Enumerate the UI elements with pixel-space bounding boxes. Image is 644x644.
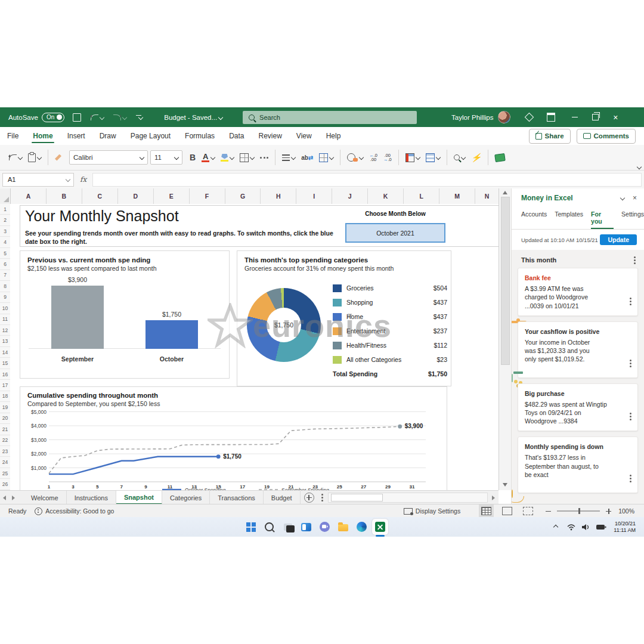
section-menu-icon[interactable] [634, 259, 636, 261]
insight-card[interactable]: Big purchase $482.29 was spent at Wingti… [518, 383, 638, 432]
conditional-formatting-button[interactable] [405, 153, 420, 162]
sheet-tab-snapshot[interactable]: Snapshot [116, 491, 162, 504]
edge-icon[interactable] [354, 519, 370, 535]
zoom-slider-thumb[interactable] [578, 508, 580, 514]
gem-icon[interactable] [526, 114, 532, 120]
scroll-down-icon[interactable] [503, 483, 507, 487]
money-in-excel-button[interactable] [495, 154, 505, 162]
panel-close-icon[interactable]: × [633, 194, 637, 202]
zoom-in-button[interactable] [606, 509, 611, 514]
excel-taskbar-icon[interactable] [372, 519, 388, 535]
widgets-icon[interactable] [298, 519, 314, 535]
column-header[interactable]: K [368, 188, 404, 204]
card-menu-icon[interactable] [630, 416, 631, 417]
ribbon-collapse-chevron-icon[interactable] [636, 165, 641, 169]
formula-input[interactable] [92, 173, 642, 187]
row-header[interactable]: 13 [0, 336, 10, 346]
column-header[interactable]: J [332, 188, 368, 204]
scroll-up-icon[interactable] [503, 191, 507, 194]
row-header[interactable]: 11 [0, 314, 10, 325]
row-header[interactable]: 10 [0, 303, 10, 314]
analyze-data-button[interactable]: ⚡ [471, 153, 481, 162]
tab-draw[interactable]: Draw [92, 128, 123, 144]
column-header[interactable]: H [261, 188, 296, 204]
start-button[interactable] [243, 519, 259, 535]
sheet-tab-welcome[interactable]: Welcome [23, 491, 67, 504]
row-header[interactable]: 9 [0, 292, 10, 303]
panel-tab-for-you[interactable]: For you [591, 210, 614, 229]
sheet-nav-right-icon[interactable] [12, 496, 15, 500]
format-painter-button[interactable] [55, 154, 61, 161]
page-break-view-button[interactable] [523, 507, 533, 515]
row-header[interactable]: 14 [0, 347, 10, 358]
zoom-out-button[interactable] [546, 509, 551, 514]
column-header[interactable]: B [47, 188, 82, 204]
ribbon-display-options-icon[interactable] [547, 113, 555, 122]
row-header[interactable]: 7 [0, 270, 10, 281]
wifi-icon[interactable] [567, 524, 575, 531]
column-header[interactable]: I [296, 188, 332, 204]
close-button[interactable]: × [605, 107, 626, 127]
column-header[interactable]: G [225, 188, 261, 204]
grid-vertical-scrollbar[interactable] [499, 188, 511, 490]
horizontal-scrollbar[interactable] [328, 493, 488, 503]
task-view-icon[interactable] [280, 519, 296, 535]
column-header[interactable]: E [154, 188, 190, 204]
sheet-tab-transactions[interactable]: Transactions [210, 491, 264, 504]
fx-icon[interactable]: fx [80, 175, 86, 184]
column-header[interactable]: L [404, 188, 439, 204]
hscroll-thumb[interactable] [331, 494, 383, 501]
font-size-select[interactable]: 11 [150, 150, 182, 165]
column-header[interactable]: D [118, 188, 154, 204]
row-header[interactable]: 17 [0, 380, 10, 391]
panel-tab-accounts[interactable]: Accounts [521, 210, 547, 229]
find-select-button[interactable] [454, 154, 465, 160]
update-button[interactable]: Update [600, 234, 637, 245]
sheet-tab-budget[interactable]: Budget [264, 491, 301, 504]
zoom-slider[interactable] [557, 510, 600, 512]
row-header[interactable]: 1 [0, 204, 10, 215]
comments-button[interactable]: Comments [577, 129, 636, 144]
row-header[interactable]: 16 [0, 369, 10, 380]
row-header[interactable]: 12 [0, 325, 10, 336]
insight-card[interactable]: Your cashflow is positive Your income in… [518, 321, 638, 378]
tab-home[interactable]: Home [26, 128, 60, 144]
search-input[interactable]: Search [243, 111, 417, 124]
column-header[interactable]: A [11, 188, 47, 204]
row-header[interactable]: 26 [0, 479, 10, 490]
scrollbar-thumb[interactable] [501, 197, 510, 365]
wrap-text-button[interactable]: ab⇄ [301, 154, 313, 161]
insight-card[interactable]: Bank fee A $3.99 ATM fee was charged to … [518, 268, 638, 316]
battery-icon[interactable] [596, 524, 606, 531]
undo-icon[interactable] [91, 114, 104, 120]
file-explorer-icon[interactable] [335, 519, 351, 535]
font-name-select[interactable]: Calibri [69, 150, 148, 165]
tab-page-layout[interactable]: Page Layout [123, 128, 178, 144]
tab-review[interactable]: Review [251, 128, 289, 144]
row-header[interactable]: 18 [0, 391, 10, 402]
row-header[interactable]: 6 [0, 259, 10, 270]
restore-button[interactable] [585, 107, 605, 127]
minimize-button[interactable] [565, 107, 585, 127]
increase-decimal-button[interactable]: ←.0.00 [369, 153, 377, 162]
sheet-tab-categories[interactable]: Categories [162, 491, 210, 504]
new-sheet-button[interactable] [304, 493, 314, 503]
alignment-button[interactable] [282, 154, 295, 161]
tab-view[interactable]: View [289, 128, 319, 144]
tab-formulas[interactable]: Formulas [178, 128, 222, 144]
sheet-options-icon[interactable] [321, 497, 323, 499]
tab-help[interactable]: Help [319, 128, 348, 144]
tab-insert[interactable]: Insert [60, 128, 92, 144]
tab-data[interactable]: Data [222, 128, 251, 144]
fill-color-button[interactable] [221, 154, 234, 162]
card-menu-icon[interactable] [630, 301, 631, 302]
column-header[interactable]: M [439, 188, 475, 204]
sheet-tab-instructions[interactable]: Instructions [67, 491, 116, 504]
chat-icon[interactable] [317, 519, 333, 535]
borders-button[interactable] [240, 153, 254, 162]
autosave-toggle[interactable]: On [42, 113, 64, 122]
card-menu-icon[interactable] [630, 363, 631, 364]
tray-hidden-icons-chevron[interactable] [553, 524, 558, 529]
column-header[interactable]: F [190, 188, 225, 204]
avatar[interactable] [498, 111, 510, 123]
